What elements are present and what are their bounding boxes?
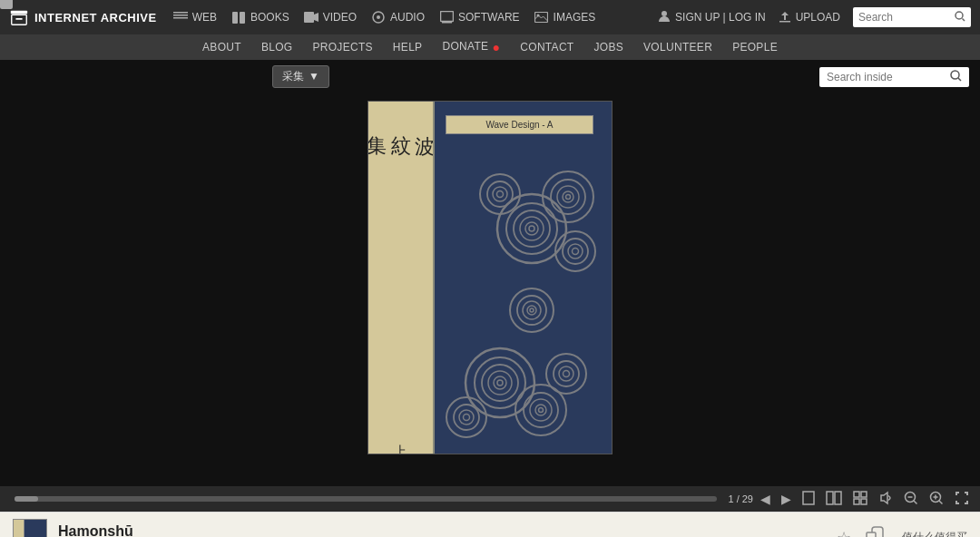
book-thumb-inner: [14, 520, 24, 538]
svg-rect-67: [835, 492, 841, 504]
svg-point-34: [487, 181, 513, 207]
share-button[interactable]: [862, 522, 887, 537]
nav-books[interactable]: BOOKS: [231, 10, 289, 24]
prev-icon: ◀: [760, 492, 770, 506]
svg-point-35: [493, 187, 507, 201]
upload-button[interactable]: UPLOAD: [779, 10, 840, 25]
logo[interactable]: INTERNET ARCHIVE: [9, 7, 157, 27]
double-page-button[interactable]: [822, 489, 846, 510]
svg-rect-8: [304, 12, 314, 23]
svg-point-54: [459, 410, 474, 425]
svg-point-36: [497, 191, 504, 198]
svg-point-53: [454, 405, 479, 430]
book-subtitle-char: 上: [393, 434, 409, 435]
next-page-button[interactable]: ▶: [778, 490, 795, 508]
nav-people[interactable]: PEOPLE: [732, 41, 778, 54]
archive-icon: [9, 7, 29, 27]
svg-point-46: [497, 380, 503, 386]
nav-items: WEB BOOKS VIDEO AUDIO SOFTWARE: [173, 10, 642, 24]
grid-icon: [853, 491, 867, 508]
web-icon: [173, 10, 188, 24]
collect-button[interactable]: 采集 ▼: [272, 65, 329, 88]
progress-bar[interactable]: [15, 496, 717, 502]
svg-rect-71: [861, 499, 867, 504]
book-cover: 波紋集 上 Wave Design - A: [368, 102, 612, 454]
svg-point-44: [488, 371, 512, 395]
svg-point-43: [482, 365, 518, 401]
software-icon: [439, 10, 454, 24]
search-inside-input[interactable]: [827, 71, 950, 83]
single-page-icon: [802, 491, 815, 508]
prev-page-button[interactable]: ◀: [757, 490, 774, 508]
svg-line-19: [963, 19, 965, 22]
svg-point-38: [563, 239, 588, 264]
single-page-button[interactable]: [799, 489, 818, 510]
svg-rect-12: [440, 12, 453, 22]
nav-projects[interactable]: PROJECTS: [312, 41, 372, 54]
book-viewer-area: 采集 ▼ 波紋集 上 Wave Design - A: [0, 60, 980, 486]
svg-point-56: [546, 354, 586, 394]
next-icon: ▶: [781, 492, 791, 506]
zoom-in-icon: [929, 491, 944, 508]
nav-contact[interactable]: CONTACT: [520, 41, 573, 54]
zoom-out-button[interactable]: [900, 489, 922, 510]
bottom-controls-bar: 1 / 29 ◀ ▶: [0, 486, 980, 512]
nav-video[interactable]: VIDEO: [304, 10, 357, 24]
svg-point-40: [573, 249, 579, 255]
books-icon: [231, 10, 246, 24]
signin-button[interactable]: SIGN UP | LOG IN: [658, 10, 766, 25]
nav-audio[interactable]: AUDIO: [371, 10, 425, 24]
search-inside-icon: [950, 70, 962, 84]
audio-button[interactable]: [875, 489, 897, 510]
nav-images[interactable]: IMAGES: [534, 10, 596, 24]
svg-rect-5: [173, 17, 188, 19]
nav-blog[interactable]: BLOG: [261, 41, 293, 54]
fullscreen-button[interactable]: [951, 489, 973, 510]
svg-point-50: [535, 405, 546, 415]
secondary-navigation: ABOUT BLOG PROJECTS HELP DONATE ● CONTAC…: [0, 34, 980, 60]
grid-view-button[interactable]: [849, 489, 871, 510]
spiral-decorations: [423, 129, 604, 446]
svg-point-58: [559, 366, 573, 381]
svg-point-37: [555, 231, 595, 271]
svg-point-20: [951, 71, 959, 79]
global-search-input[interactable]: [858, 11, 955, 24]
logo-text: INTERNET ARCHIVE: [34, 11, 157, 24]
fullscreen-icon: [955, 491, 969, 508]
star-icon: ☆: [837, 529, 851, 538]
svg-rect-4: [173, 15, 188, 16]
nav-jobs[interactable]: JOBS: [594, 41, 624, 54]
favorite-button[interactable]: ☆: [833, 524, 855, 538]
svg-rect-0: [11, 11, 27, 15]
watermark-text: 值什么值得买: [902, 530, 967, 537]
nav-software[interactable]: SOFTWARE: [439, 10, 520, 24]
nav-help[interactable]: HELP: [393, 41, 423, 54]
nav-volunteer[interactable]: VOLUNTEER: [643, 41, 712, 54]
nav-web[interactable]: WEB: [173, 10, 217, 24]
svg-rect-3: [173, 12, 188, 14]
svg-point-51: [539, 408, 544, 413]
svg-point-18: [956, 12, 963, 19]
svg-point-33: [480, 174, 520, 214]
svg-marker-9: [314, 13, 318, 22]
book-pages-container: 波紋集 上 Wave Design - A: [0, 60, 980, 486]
svg-point-57: [554, 361, 579, 386]
svg-line-76: [939, 501, 943, 504]
svg-point-45: [494, 376, 506, 389]
global-search-box[interactable]: [853, 7, 971, 27]
zoom-in-button[interactable]: [926, 489, 947, 510]
svg-point-39: [568, 244, 583, 259]
progress-thumb[interactable]: [0, 0, 13, 9]
zoom-out-icon: [904, 491, 918, 508]
book-thumbnail: [13, 519, 47, 538]
svg-rect-68: [854, 492, 859, 497]
search-inside-box[interactable]: [819, 67, 969, 87]
book-page-left: 波紋集 上 Wave Design - A: [368, 101, 612, 454]
svg-rect-70: [854, 499, 859, 504]
svg-rect-69: [861, 492, 867, 497]
top-navigation: INTERNET ARCHIVE WEB BOOKS VIDEO AUDIO: [0, 0, 980, 34]
nav-about[interactable]: ABOUT: [202, 41, 241, 54]
svg-rect-13: [442, 22, 452, 24]
search-icon: [955, 9, 965, 25]
nav-donate[interactable]: DONATE ●: [442, 40, 500, 54]
